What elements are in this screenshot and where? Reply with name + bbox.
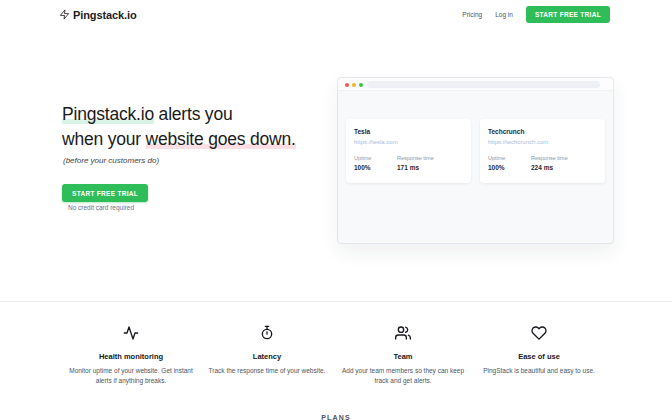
no-credit-card-note: No credit card required	[62, 204, 140, 211]
traffic-light-minimize-icon	[352, 83, 356, 87]
response-time-label: Response time	[397, 155, 440, 161]
site-url: https://techcrunch.com	[488, 139, 597, 145]
feature-latency: Latency Track the response time of your …	[199, 325, 335, 385]
hero-heading-highlight-down: website goes down.	[146, 129, 296, 149]
url-bar	[367, 81, 600, 88]
header-start-trial-button[interactable]: START FREE TRIAL	[526, 6, 610, 23]
section-divider	[0, 301, 672, 302]
hero-heading: Pingstack.io alerts youwhen your website…	[62, 102, 296, 152]
top-nav: Pingstack.io Pricing Log in START FREE T…	[0, 0, 672, 28]
stopwatch-icon	[199, 325, 335, 345]
feature-title: Ease of use	[471, 352, 607, 361]
features-row: Health monitoring Monitor uptime of your…	[63, 325, 607, 385]
response-time-value: 224 ms	[531, 164, 574, 171]
response-time-value: 171 ms	[397, 164, 440, 171]
nav-links: Pricing Log in START FREE TRIAL	[462, 0, 610, 28]
nav-pricing-link[interactable]: Pricing	[462, 11, 482, 18]
uptime-stat: Uptime 100%	[488, 155, 531, 171]
feature-description: PingStack is beautiful and easy to use.	[471, 366, 607, 376]
site-stats: Uptime 100% Response time 171 ms	[354, 155, 463, 171]
traffic-light-zoom-icon	[359, 83, 363, 87]
uptime-value: 100%	[488, 164, 531, 171]
feature-title: Latency	[199, 352, 335, 361]
uptime-label: Uptime	[354, 155, 397, 161]
traffic-light-close-icon	[345, 83, 349, 87]
feature-title: Team	[335, 352, 471, 361]
zap-icon	[59, 6, 70, 24]
browser-titlebar	[338, 78, 613, 91]
feature-ease-of-use: Ease of use PingStack is beautiful and e…	[471, 325, 607, 385]
hero-heading-highlight-brand: Pingstack.io	[62, 104, 154, 124]
response-time-stat: Response time 224 ms	[531, 155, 574, 171]
feature-description: Track the response time of your website.	[199, 366, 335, 376]
site-name: Techcrunch	[488, 128, 597, 135]
response-time-stat: Response time 171 ms	[397, 155, 440, 171]
hero-heading-line2-pre: when your	[62, 129, 146, 149]
hero-start-trial-button[interactable]: START FREE TRIAL	[62, 184, 148, 202]
feature-description: Add your team members so they can keep t…	[335, 366, 471, 385]
site-url: https://tesla.com	[354, 139, 463, 145]
feature-title: Health monitoring	[63, 352, 199, 361]
uptime-label: Uptime	[488, 155, 531, 161]
uptime-stat: Uptime 100%	[354, 155, 397, 171]
hero-subheading: (before your customers do)	[63, 156, 159, 165]
brand-name: Pingstack.io	[73, 9, 137, 21]
activity-icon	[63, 325, 199, 345]
heart-icon	[471, 325, 607, 345]
uptime-value: 100%	[354, 164, 397, 171]
site-name: Tesla	[354, 128, 463, 135]
site-stats: Uptime 100% Response time 224 ms	[488, 155, 597, 171]
traffic-lights	[345, 83, 363, 87]
monitor-card-techcrunch: Techcrunch https://techcrunch.com Uptime…	[480, 119, 605, 183]
feature-health-monitoring: Health monitoring Monitor uptime of your…	[63, 325, 199, 385]
landing-page: Pingstack.io Pricing Log in START FREE T…	[0, 0, 672, 420]
brand-logo[interactable]: Pingstack.io	[59, 6, 137, 24]
users-icon	[335, 325, 471, 345]
monitor-card-tesla: Tesla https://tesla.com Uptime 100% Resp…	[346, 119, 471, 183]
feature-description: Monitor uptime of your website. Get inst…	[63, 366, 199, 385]
plans-section-eyebrow: PLANS	[0, 414, 672, 420]
hero-heading-line1-rest: alerts you	[154, 104, 233, 124]
feature-team: Team Add your team members so they can k…	[335, 325, 471, 385]
browser-mockup: Tesla https://tesla.com Uptime 100% Resp…	[337, 77, 614, 244]
response-time-label: Response time	[531, 155, 574, 161]
nav-login-link[interactable]: Log in	[495, 11, 513, 18]
